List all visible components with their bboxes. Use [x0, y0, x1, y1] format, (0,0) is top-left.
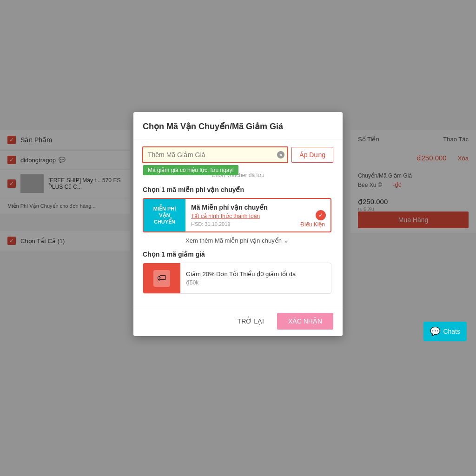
badge-line2: CHUYỂN [154, 218, 175, 225]
voucher-input[interactable] [143, 147, 287, 162]
clear-input-button[interactable]: ✕ [277, 151, 284, 159]
chats-label: Chats [443, 328, 460, 335]
voucher-input-wrapper: ✕ Mã giảm giá có hiệu lực, lưu ngay! [143, 147, 288, 163]
discount-info: Giảm 20% Đơn Tối Thiểu ₫0 giảm tối đa ₫5… [180, 266, 331, 291]
badge-line1: MIỄN PHÍ VẬN [148, 205, 181, 219]
discount-badge: 🏷 [143, 263, 180, 293]
voucher-modal: Chọn Mã Vận Chuyển/Mã Giảm Giá ✕ Mã giảm… [133, 112, 343, 336]
dieu-kien-link[interactable]: Điều Kiện [295, 218, 331, 231]
discount-name: Giảm 20% Đơn Tối Thiểu ₫0 giảm tối đa [186, 271, 325, 278]
free-shipping-expiry: HSD: 31.10.2019 [191, 221, 289, 227]
free-shipping-title: Chọn 1 mã miễn phí vận chuyển [143, 186, 331, 193]
free-shipping-voucher[interactable]: MIỄN PHÍ VẬN CHUYỂN Mã Miễn phí vận chuy… [143, 198, 331, 232]
chevron-down-icon: ⌄ [284, 237, 289, 244]
input-row: ✕ Mã giảm giá có hiệu lực, lưu ngay! Áp … [143, 147, 333, 163]
voucher-selected-icon: ✓ [316, 210, 326, 220]
discount-badge-icon: 🏷 [153, 270, 170, 287]
modal-title: Chọn Mã Vận Chuyển/Mã Giảm Giá [133, 112, 343, 139]
free-shipping-badge: MIỄN PHÍ VẬN CHUYỂN [144, 199, 185, 231]
discount-title: Chọn 1 mã giảm giá [143, 251, 331, 258]
confirm-button[interactable]: XÁC NHẬN [277, 313, 333, 330]
back-button[interactable]: TRỞ LẠI [230, 314, 271, 329]
see-more-free-shipping[interactable]: Xem thêm Mã miễn phí vận chuyển ⌄ [143, 237, 331, 244]
chats-icon: 💬 [430, 326, 440, 337]
chats-button[interactable]: 💬 Chats [423, 322, 467, 341]
modal-overlay: Chọn Mã Vận Chuyển/Mã Giảm Giá ✕ Mã giảm… [0, 0, 476, 476]
see-more-text: Xem thêm Mã miễn phí vận chuyển [185, 237, 282, 244]
free-shipping-info: Mã Miễn phí vận chuyển Tất cả hình thức … [185, 199, 295, 231]
modal-body: ✕ Mã giảm giá có hiệu lực, lưu ngay! Áp … [133, 139, 343, 306]
success-message: Mã giảm giá có hiệu lực, lưu ngay! [143, 165, 238, 175]
scroll-area[interactable]: Chọn 1 mã miễn phí vận chuyển MIỄN PHÍ V… [143, 184, 333, 298]
free-shipping-detail: Tất cả hình thức thanh toán [191, 213, 289, 219]
free-shipping-name: Mã Miễn phí vận chuyển [191, 204, 289, 211]
modal-footer: TRỞ LẠI XÁC NHẬN [133, 306, 343, 336]
discount-voucher[interactable]: 🏷 Giảm 20% Đơn Tối Thiểu ₫0 giảm tối đa … [143, 263, 331, 294]
discount-min: ₫50k [186, 279, 325, 286]
apply-button[interactable]: Áp Dụng [291, 147, 333, 163]
